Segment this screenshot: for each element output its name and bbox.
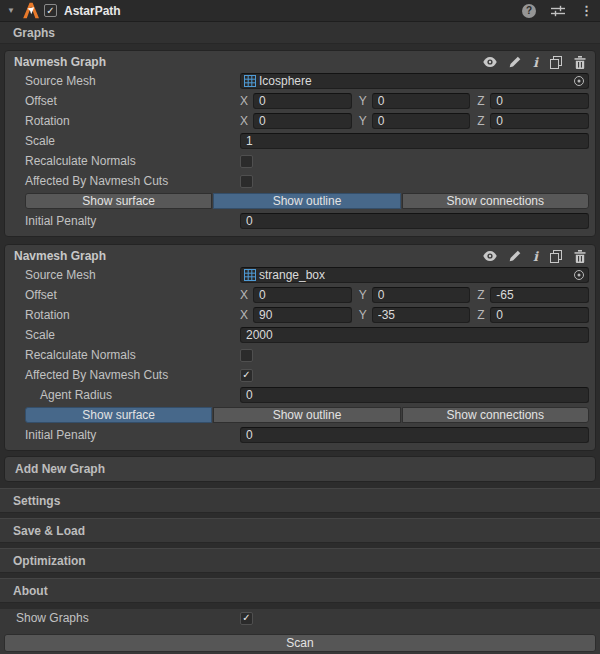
section-about[interactable]: About [0,578,600,603]
section-settings[interactable]: Settings [0,488,600,513]
rotation-label: Rotation [5,308,240,322]
help-icon[interactable]: ? [522,4,536,18]
scan-button[interactable]: Scan [4,634,596,652]
graph-2-title: Navmesh Graph [14,249,483,263]
show-graphs-label: Show Graphs [0,611,240,625]
context-menu-icon[interactable]: ⋮ [580,4,593,17]
section-about-label: About [13,584,48,598]
source-mesh-row: Source Mesh strange_box [5,265,595,285]
recalculate-normals-checkbox[interactable] [240,155,253,168]
delete-trash-icon[interactable] [574,56,586,69]
component-header: ▼ ✓ AstarPath ? ⋮ [0,0,600,22]
foldout-icon[interactable]: ▼ [7,6,22,15]
offset-vector: X Y Z [240,287,589,303]
axis-x-label: X [240,94,253,108]
offset-x-field[interactable] [253,287,352,303]
check-icon: ✓ [242,613,250,623]
recalculate-normals-label: Recalculate Normals [5,348,240,362]
add-new-graph-button[interactable]: Add New Graph [4,456,596,482]
initial-penalty-field[interactable] [240,427,589,443]
offset-z-field[interactable] [490,287,589,303]
graph-2-header: Navmesh Graph i [5,247,595,265]
section-settings-label: Settings [13,494,60,508]
eye-icon[interactable] [483,57,497,67]
component-enabled-checkbox[interactable]: ✓ [44,4,57,17]
delete-trash-icon[interactable] [574,250,586,263]
offset-x-field[interactable] [253,93,352,109]
edit-pencil-icon[interactable] [509,250,521,262]
source-mesh-object-field[interactable]: strange_box [240,267,589,283]
show-surface-button[interactable]: Show surface [25,407,212,423]
axis-z-label: Z [477,114,490,128]
axis-y-label: Y [359,114,372,128]
affected-by-navmesh-cuts-checkbox[interactable]: ✓ [240,369,253,382]
recalculate-normals-checkbox[interactable] [240,349,253,362]
axis-x-label: X [240,308,253,322]
mesh-icon [244,75,256,87]
check-icon: ✓ [46,6,54,16]
info-icon[interactable]: i [533,56,538,69]
affected-by-navmesh-cuts-checkbox[interactable] [240,175,253,188]
object-picker-icon[interactable] [572,75,586,87]
object-picker-icon[interactable] [572,269,586,281]
info-icon[interactable]: i [533,250,538,263]
rotation-y-field[interactable] [372,307,471,323]
agent-radius-field[interactable] [240,387,589,403]
navmesh-graph-box-1: Navmesh Graph i Source Mesh Icos [4,50,596,237]
show-graphs-checkbox[interactable]: ✓ [240,612,253,625]
scale-field[interactable] [240,133,589,149]
scale-row: Scale [5,131,595,151]
show-outline-button[interactable]: Show outline [213,407,400,423]
axis-x-label: X [240,114,253,128]
source-mesh-label: Source Mesh [5,74,240,88]
recalculate-normals-label: Recalculate Normals [5,154,240,168]
offset-y-field[interactable] [372,93,471,109]
recalculate-normals-row: Recalculate Normals [5,151,595,171]
section-optimization-label: Optimization [13,554,86,568]
section-optimization[interactable]: Optimization [0,548,600,573]
source-mesh-object-field[interactable]: Icosphere [240,73,589,89]
presets-icon[interactable] [551,5,565,17]
initial-penalty-row: Initial Penalty [5,425,595,445]
rotation-x-field[interactable] [253,307,352,323]
section-graphs[interactable]: Graphs [0,22,600,44]
display-buttons-row: Show surface Show outline Show connectio… [5,405,595,425]
duplicate-icon[interactable] [550,56,562,69]
initial-penalty-row: Initial Penalty [5,211,595,231]
rotation-y-field[interactable] [372,113,471,129]
rotation-row: Rotation X Y Z [5,111,595,131]
eye-icon[interactable] [483,251,497,261]
offset-y-field[interactable] [372,287,471,303]
affected-by-navmesh-cuts-row: Affected By Navmesh Cuts ✓ [5,365,595,385]
offset-z-field[interactable] [490,93,589,109]
initial-penalty-label: Initial Penalty [5,214,240,228]
scale-label: Scale [5,328,240,342]
rotation-label: Rotation [5,114,240,128]
rotation-z-field[interactable] [490,307,589,323]
show-connections-button[interactable]: Show connections [402,193,589,209]
rotation-vector: X Y Z [240,307,589,323]
section-save-and-load[interactable]: Save & Load [0,518,600,543]
check-icon: ✓ [242,370,250,380]
source-mesh-label: Source Mesh [5,268,240,282]
initial-penalty-field[interactable] [240,213,589,229]
edit-pencil-icon[interactable] [509,56,521,68]
show-graphs-row: Show Graphs ✓ [0,609,600,627]
rotation-row: Rotation X Y Z [5,305,595,325]
duplicate-icon[interactable] [550,250,562,263]
show-connections-button[interactable]: Show connections [402,407,589,423]
offset-row: Offset X Y Z [5,285,595,305]
scale-field[interactable] [240,327,589,343]
rotation-z-field[interactable] [490,113,589,129]
rotation-x-field[interactable] [253,113,352,129]
graph-1-header: Navmesh Graph i [5,53,595,71]
axis-y-label: Y [359,94,372,108]
affected-by-navmesh-cuts-label: Affected By Navmesh Cuts [5,368,240,382]
source-mesh-value: Icosphere [259,74,572,88]
offset-row: Offset X Y Z [5,91,595,111]
show-surface-button[interactable]: Show surface [25,193,212,209]
add-new-graph-label: Add New Graph [15,462,105,476]
component-title: AstarPath [64,4,522,18]
affected-by-navmesh-cuts-label: Affected By Navmesh Cuts [5,174,240,188]
show-outline-button[interactable]: Show outline [213,193,400,209]
